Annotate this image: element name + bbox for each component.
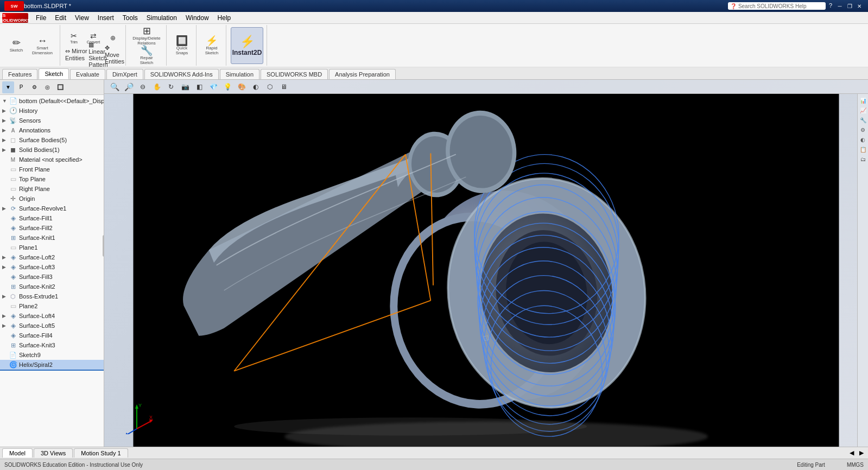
tree-item-surface-fill1[interactable]: ▶ ◈ Surface-Fill1 bbox=[0, 213, 104, 223]
view-orientation-btn[interactable]: 📷 bbox=[179, 81, 191, 92]
tab-analysis[interactable]: Analysis Preparation bbox=[329, 69, 396, 79]
tree-item-surface-revolve1[interactable]: ▶ ⟳ Surface-Revolve1 bbox=[0, 204, 104, 213]
tree-item-boss-extrude1[interactable]: ▶ ⬡ Boss-Extrude1 bbox=[0, 291, 104, 301]
tab-addins[interactable]: SOLIDWORKS Add-Ins bbox=[144, 69, 219, 79]
appearance-btn[interactable]: 🎨 bbox=[236, 81, 248, 92]
help-icon[interactable]: ? bbox=[827, 2, 834, 10]
lighting-btn[interactable]: 💡 bbox=[221, 81, 233, 92]
quick-snaps-button[interactable]: 🔲 QuickSnaps bbox=[171, 36, 193, 55]
tree-item-top-plane[interactable]: ▶ ▭ Top Plane bbox=[0, 174, 104, 184]
dimxpert-manager-btn[interactable]: ◎ bbox=[41, 81, 53, 93]
tree-item-surface-loft5[interactable]: ▶ ◈ Surface-Loft5 bbox=[0, 321, 104, 331]
tree-item-surface-bodies[interactable]: ▶ ◻ Surface Bodies(5) bbox=[0, 135, 104, 145]
sketch-button[interactable]: ✏ Sketch bbox=[5, 36, 27, 55]
menu-insert[interactable]: Insert bbox=[93, 13, 118, 23]
rs-icon-4[interactable]: ⚙ bbox=[859, 125, 867, 134]
tree-item-surface-loft2[interactable]: ▶ ◈ Surface-Loft2 bbox=[0, 252, 104, 262]
tree-item-surface-knit3[interactable]: ▶ ⊞ Surface-Knit3 bbox=[0, 340, 104, 350]
tab-simulation[interactable]: Simulation bbox=[220, 69, 259, 79]
menu-window[interactable]: Window bbox=[181, 13, 213, 23]
tree-item-annotations[interactable]: ▶ A Annotations bbox=[0, 125, 104, 135]
menu-file[interactable]: File bbox=[31, 13, 50, 23]
rs-icon-6[interactable]: 📋 bbox=[859, 145, 867, 154]
tree-item-surface-fill3[interactable]: ▶ ◈ Surface-Fill3 bbox=[0, 272, 104, 282]
tree-item-origin[interactable]: ▶ ✛ Origin bbox=[0, 194, 104, 204]
display-delete-icon: ⊞ bbox=[143, 26, 151, 36]
rs-icon-2[interactable]: 📈 bbox=[859, 106, 867, 115]
menu-help[interactable]: Help bbox=[213, 13, 236, 23]
config-manager-btn[interactable]: ⚙ bbox=[28, 81, 40, 93]
tree-root-item[interactable]: ▼ 📄 bottom (Default<<Default>_Display bbox=[0, 96, 104, 106]
trim-entities-button[interactable]: ✂ Trim bbox=[66, 29, 82, 47]
smart-dimension-button[interactable]: ↔ SmartDimension bbox=[28, 36, 56, 55]
display-style-btn[interactable]: 💎 bbox=[207, 81, 219, 92]
menu-view[interactable]: View bbox=[71, 13, 93, 23]
scenes-btn[interactable]: ◐ bbox=[250, 81, 262, 92]
menu-simulation[interactable]: Simulation bbox=[142, 13, 181, 23]
tree-item-helix-spiral2[interactable]: ▶ 🌀 Helix/Spiral2 bbox=[0, 360, 104, 371]
close-btn[interactable]: ✕ bbox=[855, 2, 864, 10]
mirror-entities-button[interactable]: ⇔ Mirror Entities bbox=[65, 48, 90, 62]
view-toolbar: 🔍 🔎 ⊖ ✋ ↻ 📷 ◧ 💎 💡 🎨 ◐ ⬡ 🖥 bbox=[104, 80, 868, 94]
tree-item-material[interactable]: ▶ M Material <not specified> bbox=[0, 155, 104, 164]
menu-edit[interactable]: Edit bbox=[50, 13, 71, 23]
bottom-tab-model[interactable]: Model bbox=[2, 448, 33, 458]
search-box[interactable]: ❓ Search SOLIDWORKS Help bbox=[728, 2, 826, 10]
move-entities-button[interactable]: ✥ Move Entities bbox=[107, 48, 122, 62]
left-panel: ▼ P ⚙ ◎ 🔲 ▼ 📄 bottom (Default<<Default>_… bbox=[0, 80, 104, 447]
rs-icon-1[interactable]: 📊 bbox=[859, 96, 867, 105]
rotate-btn[interactable]: ↻ bbox=[165, 81, 177, 92]
hide-show-btn[interactable]: 🖥 bbox=[278, 81, 290, 92]
feature-manager-btn[interactable]: ▼ bbox=[2, 81, 14, 93]
repair-sketch-button[interactable]: 🔧 RepairSketch bbox=[134, 46, 160, 65]
tab-sketch[interactable]: Sketch bbox=[39, 68, 69, 79]
tree-item-surface-fill4[interactable]: ▶ ◈ Surface-Fill4 bbox=[0, 331, 104, 340]
material-icon: M bbox=[9, 155, 17, 164]
tree-item-right-plane[interactable]: ▶ ▭ Right Plane bbox=[0, 184, 104, 194]
instant2d-button[interactable]: ⚡ Instant2D bbox=[231, 27, 263, 64]
pan-btn[interactable]: ✋ bbox=[151, 81, 163, 92]
tree-item-solid-bodies[interactable]: ▶ ◼ Solid Bodies(1) bbox=[0, 145, 104, 155]
toolbar-area: ✏ Sketch ↔ SmartDimension ✂ Trim ⇄ Conve… bbox=[0, 24, 868, 80]
bottom-tab-3dviews[interactable]: 3D Views bbox=[34, 448, 73, 458]
menu-tools[interactable]: Tools bbox=[118, 13, 142, 23]
zoom-out-btn[interactable]: ⊖ bbox=[137, 81, 149, 92]
linear-sketch-button[interactable]: ▦ Linear Sketch Pattern bbox=[91, 48, 106, 62]
minimize-btn[interactable]: ─ bbox=[835, 2, 844, 10]
tree-item-plane2[interactable]: ▶ ▭ Plane2 bbox=[0, 301, 104, 311]
tree-item-surface-loft3[interactable]: ▶ ◈ Surface-Loft3 bbox=[0, 262, 104, 272]
zoom-in-btn[interactable]: 🔎 bbox=[123, 81, 135, 92]
display-manager-btn[interactable]: 🔲 bbox=[54, 81, 66, 93]
tree-item-sketch9[interactable]: ▶ 📄 Sketch9 bbox=[0, 350, 104, 360]
tree-item-surface-knit1[interactable]: ▶ ⊞ Surface-Knit1 bbox=[0, 233, 104, 243]
tree-label-surface-knit1: Surface-Knit1 bbox=[19, 234, 55, 241]
restore-btn[interactable]: ❐ bbox=[845, 2, 854, 10]
tree-item-surface-knit2[interactable]: ▶ ⊞ Surface-Knit2 bbox=[0, 282, 104, 291]
svg-line-37 bbox=[137, 421, 152, 429]
tree-item-history[interactable]: ▶ 🕐 History bbox=[0, 106, 104, 116]
tree-item-front-plane[interactable]: ▶ ▭ Front Plane bbox=[0, 164, 104, 174]
property-manager-btn[interactable]: P bbox=[15, 81, 27, 93]
rs-icon-7[interactable]: 🗂 bbox=[859, 155, 867, 163]
view-settings-btn[interactable]: ⬡ bbox=[264, 81, 276, 92]
tree-item-plane1[interactable]: ▶ ▭ Plane1 bbox=[0, 243, 104, 252]
display-delete-relations-button[interactable]: ⊞ Display/DeleteRelations bbox=[130, 26, 163, 46]
tab-dimxpert[interactable]: DimXpert bbox=[106, 69, 143, 79]
tab-evaluate[interactable]: Evaluate bbox=[70, 69, 105, 79]
bottom-scrollbar-left[interactable]: ◀ bbox=[847, 449, 856, 456]
section-view-btn[interactable]: ◧ bbox=[193, 81, 205, 92]
bottom-scrollbar-right[interactable]: ▶ bbox=[857, 449, 866, 456]
rapid-sketch-button[interactable]: ⚡ RapidSketch bbox=[201, 36, 223, 55]
zoom-to-fit-btn[interactable]: 🔍 bbox=[109, 81, 121, 92]
bottom-tab-motion-study[interactable]: Motion Study 1 bbox=[74, 448, 128, 458]
tree-item-sensors[interactable]: ▶ 📡 Sensors bbox=[0, 116, 104, 125]
front-plane-icon: ▭ bbox=[9, 165, 17, 174]
window-title: bottom.SLDPRT * bbox=[24, 3, 71, 9]
rs-icon-3[interactable]: 🔧 bbox=[859, 116, 867, 124]
tree-item-surface-loft4[interactable]: ▶ ◈ Surface-Loft4 bbox=[0, 311, 104, 321]
tree-item-surface-fill2[interactable]: ▶ ◈ Surface-Fill2 bbox=[0, 223, 104, 233]
surface-knit2-icon: ⊞ bbox=[9, 282, 17, 291]
tab-features[interactable]: Features bbox=[2, 69, 37, 79]
tab-mbd[interactable]: SOLIDWORKS MBD bbox=[261, 69, 328, 79]
rs-icon-5[interactable]: ◐ bbox=[859, 135, 867, 144]
